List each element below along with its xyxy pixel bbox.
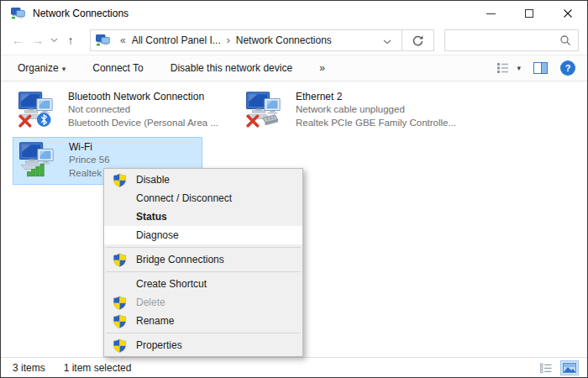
forward-button[interactable]: → [28,30,48,50]
change-view-button[interactable]: ▾ [496,61,521,75]
address-bar: ← → ↑ « All Control Panel I... › Network… [1,26,587,55]
minimize-button[interactable] [471,1,510,26]
menu-item-diagnose[interactable]: Diagnose [104,226,302,244]
close-icon [563,8,573,18]
refresh-button[interactable] [402,29,434,51]
toolbar-right-group: ▾ ? [496,60,575,76]
toolbar-overflow-chevron-icon[interactable]: » [319,62,325,74]
search-icon [559,34,571,46]
connection-name: Ethernet 2 [296,90,427,103]
status-bar: 3 items 1 item selected [1,357,587,377]
network-connections-window: Network Connections ← → ↑ « All Control … [0,0,588,378]
details-view-button[interactable] [537,360,555,375]
menu-item-label: Properties [136,339,182,351]
maximize-icon [525,9,533,18]
menu-item-delete: Delete [104,293,302,312]
menu-item-label: Rename [136,315,174,327]
search-box[interactable] [444,29,579,51]
menu-separator [106,333,301,333]
menu-item-label: Status [136,211,167,223]
title-bar: Network Connections [1,1,587,26]
disable-device-button[interactable]: Disable this network device [171,62,292,74]
bluetooth-connection-icon [18,91,60,128]
change-view-caret-icon: ▾ [517,64,521,72]
large-icons-view-icon [563,363,576,373]
window-controls [471,1,587,26]
breadcrumb-collapse-glyph[interactable]: « [116,34,130,46]
breadcrumb-separator-icon: › [223,34,234,46]
menu-item-label: Create Shortcut [136,278,207,290]
wifi-connection-icon [18,141,60,178]
menu-item-label: Connect / Disconnect [136,192,232,204]
minimize-icon [486,13,496,14]
help-button[interactable]: ? [560,60,575,76]
menu-item-label: Delete [136,297,165,308]
window-title: Network Connections [33,8,129,19]
uac-shield-icon [113,314,127,328]
menu-item-create-shortcut[interactable]: Create Shortcut [104,275,302,293]
connect-to-button[interactable]: Connect To [92,62,144,74]
preview-pane-button[interactable] [533,62,548,74]
back-button[interactable]: ← [8,30,28,50]
menu-item-bridge-connections[interactable]: Bridge Connections [104,250,302,269]
menu-item-connect-disconnect[interactable]: Connect / Disconnect [104,189,302,207]
close-button[interactable] [549,1,587,26]
menu-item-disable[interactable]: Disable [104,171,302,189]
recent-locations-chevron-icon[interactable] [48,38,60,43]
menu-item-label: Bridge Connections [136,254,224,265]
selection-info: 1 item selected [64,362,132,374]
organize-caret-icon: ▾ [62,65,66,73]
menu-item-label: Disable [136,174,170,186]
address-dropdown-chevron-icon[interactable] [376,33,398,48]
menu-separator [106,271,301,272]
ethernet-connection-icon [245,91,287,128]
menu-item-properties[interactable]: Properties [104,336,302,354]
maximize-button[interactable] [510,1,549,26]
connection-device: Realtek PCIe GBE Family Controlle... [296,117,427,130]
statusbar-view-buttons [537,360,579,375]
breadcrumb-item-control-panel[interactable]: All Control Panel I... [130,34,223,46]
organize-button[interactable]: Organize▾ [18,62,66,74]
menu-item-label: Diagnose [136,229,179,241]
menu-item-status[interactable]: Status [104,207,302,226]
uac-shield-icon [113,253,127,267]
uac-shield-icon [113,296,127,310]
connection-item-bluetooth[interactable]: Bluetooth Network Connection Not connect… [13,87,202,135]
items-count: 3 items [13,362,45,374]
uac-shield-icon [113,339,127,353]
uac-shield-icon [113,173,127,187]
breadcrumb-network-icon [96,34,111,47]
connections-list: Bluetooth Network Connection Not connect… [1,81,587,358]
connection-status: Network cable unplugged [296,103,427,117]
network-app-icon [11,8,26,20]
refresh-icon [412,34,424,47]
connection-status: Not connected [68,103,199,117]
change-view-icon [496,61,510,75]
up-button[interactable]: ↑ [60,30,81,50]
context-menu: Disable Connect / Disconnect Status Diag… [103,168,303,357]
breadcrumb-item-network-connections[interactable]: Network Connections [234,34,333,46]
connection-status: Prince 56 [69,154,110,167]
large-icons-view-button[interactable] [560,360,579,375]
menu-item-rename[interactable]: Rename [104,312,302,330]
search-input[interactable] [452,34,559,46]
command-toolbar: Organize▾ Connect To Disable this networ… [1,55,587,81]
breadcrumb[interactable]: « All Control Panel I... › Network Conne… [90,29,402,51]
connection-name: Wi-Fi [69,140,110,154]
connection-device: Bluetooth Device (Personal Area ... [68,117,199,130]
connection-item-ethernet[interactable]: Ethernet 2 Network cable unplugged Realt… [240,87,430,135]
connection-name: Bluetooth Network Connection [68,90,199,103]
details-view-icon [540,363,552,373]
menu-separator [106,247,301,248]
